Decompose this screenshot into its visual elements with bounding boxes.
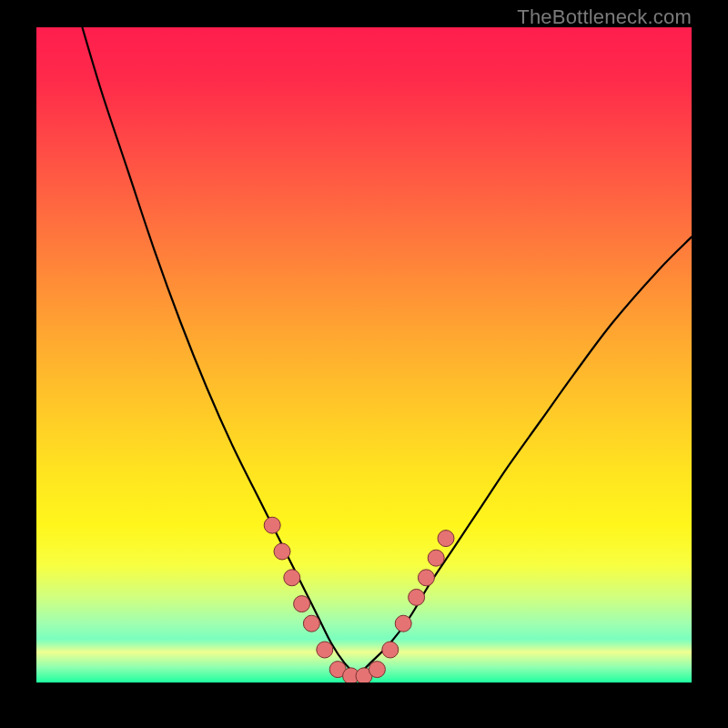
dot-group	[264, 517, 454, 682]
curve-right-curve	[358, 237, 692, 675]
curve-left-curve	[82, 27, 357, 676]
marker-dot	[382, 642, 399, 658]
marker-dot	[294, 596, 310, 612]
marker-dot	[264, 517, 280, 533]
marker-dot	[303, 615, 319, 632]
chart-frame	[36, 27, 692, 682]
marker-dot	[317, 642, 333, 658]
marker-dot	[369, 662, 385, 678]
marker-dot	[409, 589, 425, 605]
marker-dot	[274, 543, 290, 560]
marker-dot	[418, 570, 434, 586]
curve-group	[82, 27, 692, 676]
marker-dot	[428, 550, 444, 566]
chart-svg	[36, 27, 692, 682]
marker-dot	[438, 531, 454, 547]
attribution-label: TheBottleneck.com	[517, 5, 692, 29]
marker-dot	[284, 570, 300, 586]
marker-dot	[395, 615, 411, 632]
